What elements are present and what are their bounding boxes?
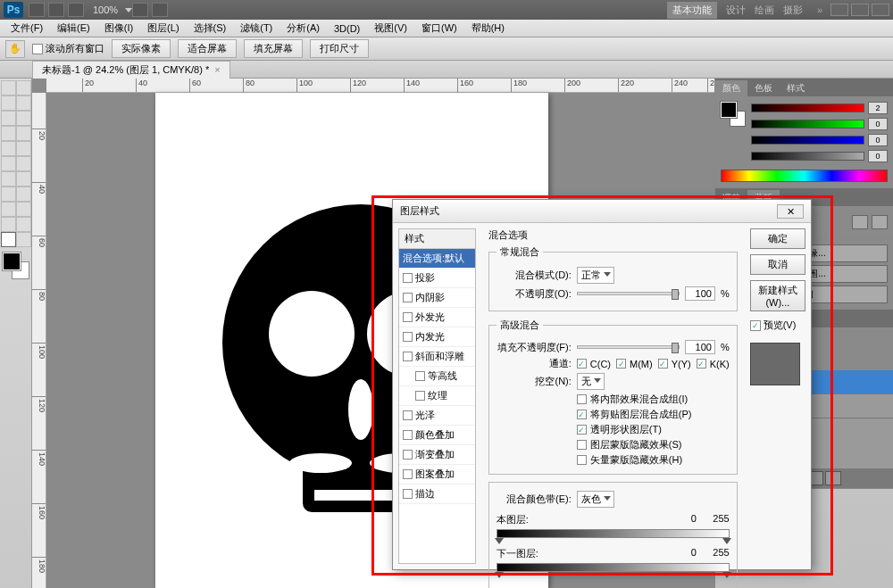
color-control[interactable] (3, 253, 29, 279)
blend-mode-select[interactable]: 正常 (577, 267, 614, 284)
opacity-input[interactable]: 100 (685, 286, 715, 301)
arrange-icon[interactable] (132, 3, 148, 17)
lasso-tool[interactable] (1, 95, 16, 111)
document-tab[interactable]: 未标题-1 @ 24.2% (图层 1, CMYK/8) * × (32, 61, 230, 79)
value-m[interactable]: 0 (868, 118, 888, 130)
marquee-tool[interactable] (16, 80, 31, 95)
3d-tool[interactable] (1, 217, 16, 232)
fill-screen-button[interactable]: 填充屏幕 (244, 39, 303, 58)
gradient-tool[interactable] (16, 156, 31, 171)
shape-tool[interactable] (16, 202, 31, 217)
fit-screen-button[interactable]: 适合屏幕 (178, 39, 237, 58)
channel-k-checkbox[interactable] (697, 359, 706, 369)
menu-view[interactable]: 视图(V) (367, 20, 414, 37)
zoom-tool[interactable] (16, 232, 31, 247)
crop-tool[interactable] (1, 111, 16, 126)
style-outer-glow[interactable]: 外发光 (399, 308, 475, 327)
heal-tool[interactable] (1, 126, 16, 141)
menu-analysis[interactable]: 分析(A) (280, 20, 327, 37)
actual-pixels-button[interactable]: 实际像素 (112, 39, 171, 58)
knockout-select[interactable]: 无 (577, 373, 605, 390)
trash-icon[interactable] (825, 471, 841, 485)
close-button[interactable] (872, 4, 889, 16)
screenmode-icon[interactable] (152, 3, 168, 17)
print-size-button[interactable]: 打印尺寸 (310, 39, 369, 58)
spectrum-bar[interactable] (721, 170, 888, 182)
adv-opt2-checkbox[interactable] (577, 410, 587, 419)
fill-opacity-input[interactable]: 100 (685, 340, 715, 354)
history-brush-tool[interactable] (16, 141, 31, 156)
bridge-icon[interactable] (29, 3, 45, 17)
style-texture[interactable]: 纹理 (399, 386, 475, 406)
zoom-level[interactable]: 100% (93, 4, 118, 15)
menu-edit[interactable]: 编辑(E) (50, 20, 97, 37)
workspace-basic[interactable]: 基本功能 (667, 2, 717, 19)
color-swatch[interactable] (721, 102, 746, 127)
3d-camera-tool[interactable] (16, 217, 31, 232)
move-tool[interactable] (1, 80, 16, 95)
slider-m[interactable] (751, 120, 864, 128)
menu-select[interactable]: 选择(S) (187, 20, 234, 37)
tab-color[interactable]: 颜色 (715, 80, 747, 96)
path-select-tool[interactable] (1, 202, 16, 217)
style-satin[interactable]: 光泽 (399, 406, 475, 426)
preview-checkbox[interactable]: ✓预览(V) (750, 319, 805, 332)
style-pattern-overlay[interactable]: 图案叠加 (399, 465, 475, 484)
menu-help[interactable]: 帮助(H) (464, 20, 512, 37)
mini-bridge-icon[interactable] (48, 3, 64, 17)
new-style-button[interactable]: 新建样式(W)... (750, 280, 805, 311)
blur-tool[interactable] (1, 171, 16, 186)
adv-opt3-checkbox[interactable] (577, 425, 587, 435)
slider-y[interactable] (751, 136, 864, 145)
current-tool-icon[interactable]: ✋ (5, 40, 25, 58)
hand-tool[interactable] (1, 232, 16, 247)
dodge-tool[interactable] (16, 171, 31, 186)
style-drop-shadow[interactable]: 投影 (399, 269, 475, 288)
view-extras-icon[interactable] (68, 3, 84, 17)
ok-button[interactable]: 确定 (750, 228, 805, 249)
channel-y-checkbox[interactable] (658, 359, 668, 369)
cancel-button[interactable]: 取消 (750, 254, 805, 275)
tab-swatches[interactable]: 色板 (747, 80, 780, 96)
menu-window[interactable]: 窗口(W) (414, 20, 464, 37)
pen-tool[interactable] (1, 186, 16, 202)
slider-c[interactable] (751, 104, 864, 112)
pixel-mask-icon[interactable] (852, 215, 868, 229)
slider-k[interactable] (751, 152, 864, 161)
fill-opacity-slider[interactable] (577, 345, 680, 349)
scroll-all-checkbox[interactable]: 滚动所有窗口 (32, 42, 104, 55)
menu-file[interactable]: 文件(F) (4, 20, 50, 37)
style-color-overlay[interactable]: 颜色叠加 (399, 426, 475, 445)
dialog-close-button[interactable]: ✕ (777, 204, 804, 219)
this-layer-gradient[interactable] (497, 529, 730, 538)
menu-image[interactable]: 图像(I) (97, 20, 140, 37)
channel-m-checkbox[interactable] (616, 359, 626, 369)
workspace-design[interactable]: 设计 (726, 4, 746, 17)
style-inner-shadow[interactable]: 内阴影 (399, 288, 475, 308)
workspace-paint[interactable]: 绘画 (755, 4, 774, 17)
eraser-tool[interactable] (1, 156, 16, 171)
stamp-tool[interactable] (1, 141, 16, 156)
eyedropper-tool[interactable] (16, 111, 31, 126)
style-inner-glow[interactable]: 内发光 (399, 327, 475, 347)
wand-tool[interactable] (16, 95, 31, 111)
type-tool[interactable] (16, 186, 31, 202)
close-tab-icon[interactable]: × (214, 64, 220, 75)
opacity-slider[interactable] (577, 292, 680, 295)
style-bevel[interactable]: 斜面和浮雕 (399, 347, 475, 367)
menu-filter[interactable]: 滤镜(T) (233, 20, 280, 37)
brush-tool[interactable] (16, 126, 31, 141)
style-contour[interactable]: 等高线 (399, 367, 475, 386)
adv-opt1-checkbox[interactable] (577, 394, 587, 404)
blend-if-select[interactable]: 灰色 (577, 491, 614, 508)
workspace-photo[interactable]: 摄影 (783, 4, 803, 17)
style-stroke[interactable]: 描边 (399, 484, 475, 504)
dialog-titlebar[interactable]: 图层样式 ✕ (393, 200, 811, 223)
minimize-button[interactable] (830, 4, 848, 16)
restore-button[interactable] (851, 4, 869, 16)
value-k[interactable]: 0 (868, 150, 888, 162)
value-y[interactable]: 0 (868, 134, 888, 146)
menu-3d[interactable]: 3D(D) (327, 21, 367, 36)
adv-opt5-checkbox[interactable] (577, 455, 587, 465)
tab-styles[interactable]: 样式 (780, 80, 812, 96)
